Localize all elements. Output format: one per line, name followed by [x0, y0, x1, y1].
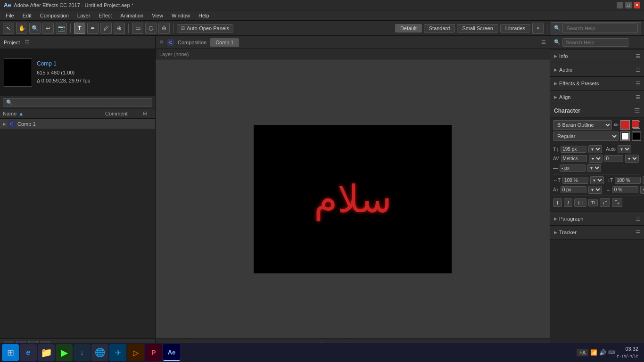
tool-mask[interactable]: ⬡ [145, 23, 157, 34]
column-options-icon[interactable]: ⊞ [143, 110, 147, 116]
color-swatch-2[interactable] [632, 132, 641, 141]
style-regular-btn[interactable]: T [553, 198, 562, 207]
paragraph-header[interactable]: ▶ Paragraph ☰ [550, 212, 644, 225]
stroke-color-box[interactable] [632, 120, 641, 130]
minimize-button[interactable]: − [617, 2, 623, 8]
tool-clone[interactable]: ⊕ [114, 23, 125, 34]
tracking-type-dropdown[interactable]: ▾ [589, 155, 603, 163]
project-menu-icon[interactable]: ☰ [25, 39, 30, 46]
start-button[interactable]: ⊞ [2, 344, 19, 361]
taskbar-sys-tray: FA 📶 🔊 ⌨ 03:32 ۲۰۱۷/۰۹/۱۲ [573, 346, 642, 359]
tool-brush[interactable]: 🖊 [100, 23, 112, 34]
project-search-bar [0, 96, 155, 108]
font-style-select[interactable]: Regular [553, 132, 619, 141]
tool-text[interactable]: T [74, 23, 85, 34]
skew-dropdown[interactable]: ▾ [640, 186, 644, 194]
section-menu-icon[interactable]: ☰ [636, 81, 640, 87]
workspace-small-screen[interactable]: Small Screen [457, 24, 498, 33]
tool-select[interactable]: ↖ [3, 23, 14, 34]
scale-h-icon: ↔T [553, 178, 561, 183]
search-help-input[interactable] [562, 24, 638, 33]
auto-open-btn[interactable]: ☑ Auto-Open Panels [177, 24, 233, 33]
menu-composition[interactable]: Composition [36, 12, 73, 19]
font-name-select[interactable]: B Baran Outline [553, 120, 612, 130]
baseline-dropdown[interactable]: ▾ [588, 186, 602, 194]
workspace-more[interactable]: » [532, 23, 544, 34]
section-menu-icon[interactable]: ☰ [636, 53, 640, 59]
tool-zoom[interactable]: 🔍 [29, 23, 41, 34]
baseline-input[interactable] [561, 186, 586, 193]
popcorntime-app[interactable]: P [145, 344, 162, 361]
menu-view[interactable]: View [148, 12, 167, 19]
section-menu-icon[interactable]: ☰ [636, 230, 640, 236]
style-italic-btn[interactable]: T [564, 198, 573, 207]
comp-menu-icon[interactable]: ☰ [541, 39, 546, 45]
divider-3 [553, 196, 641, 196]
section-menu-icon[interactable]: ☰ [636, 67, 640, 73]
workspace-standard[interactable]: Standard [424, 24, 455, 33]
list-item[interactable]: ▶ C Comp 1 [0, 119, 155, 129]
tool-shape[interactable]: ▭ [132, 23, 143, 34]
tool-rotate[interactable]: ↩ [42, 23, 54, 34]
pencil-icon[interactable]: ✏ [614, 122, 619, 128]
paragraph-label: Paragraph [559, 216, 583, 222]
effects-presets-header[interactable]: ▶ Effects & Presets ☰ [550, 77, 644, 90]
align-header[interactable]: ▶ Align ☰ [550, 90, 644, 104]
menu-layer[interactable]: Layer [74, 12, 94, 19]
menu-window[interactable]: Window [168, 12, 194, 19]
menu-edit[interactable]: Edit [19, 12, 35, 19]
media-player-app[interactable]: ▶ [56, 344, 73, 361]
menu-animation[interactable]: Animation [116, 12, 147, 19]
style-allcaps-btn[interactable]: TT [574, 198, 586, 207]
scale-row: ↔T ▾ ↕T ▾ [553, 176, 641, 184]
section-menu-icon[interactable]: ☰ [636, 216, 640, 222]
workspace-default[interactable]: Default [395, 24, 422, 33]
potplayer-app[interactable]: ▷ [127, 344, 144, 361]
tracker-header[interactable]: ▶ Tracker ☰ [550, 226, 644, 239]
project-search-input[interactable] [3, 98, 152, 107]
font-size-dropdown[interactable]: ▾ [588, 145, 602, 153]
tracking-val-dropdown[interactable]: ▾ [625, 155, 639, 163]
lang-indicator[interactable]: FA [577, 349, 588, 356]
style-sub-btn[interactable]: T+ [612, 198, 622, 207]
chrome-app[interactable]: 🌐 [91, 344, 108, 361]
panel-close-icon[interactable]: ✕ [159, 39, 164, 45]
tracking-type-input[interactable] [561, 155, 587, 162]
menu-help[interactable]: Help [195, 12, 213, 19]
stroke-width-input[interactable] [560, 165, 586, 172]
auto-dropdown[interactable]: ▾ [618, 145, 631, 153]
style-smallcaps-btn[interactable]: Tt [588, 199, 598, 206]
tool-camera[interactable]: 📷 [56, 23, 67, 34]
idm-app[interactable]: ↓ [74, 344, 91, 361]
font-size-input[interactable] [561, 146, 586, 153]
audio-header[interactable]: ▶ Audio ☰ [550, 63, 644, 76]
project-panel: Project ☰ Comp 1 615 x 480 (1.00) Δ 0;00… [0, 36, 156, 352]
menu-file[interactable]: File [2, 12, 18, 19]
fill-color-box[interactable] [620, 120, 630, 130]
telegram-app[interactable]: ✈ [109, 344, 126, 361]
composition-viewer[interactable]: سلام [156, 59, 550, 338]
tracking-value-input[interactable] [604, 155, 623, 162]
comp-tab-1[interactable]: Comp 1 [210, 38, 239, 47]
explorer-app[interactable]: 📁 [38, 344, 55, 361]
tool-pen[interactable]: ✒ [87, 23, 99, 34]
color-swatch-1[interactable] [620, 132, 630, 141]
close-button[interactable]: ✕ [634, 2, 640, 8]
search-help-right-input[interactable] [562, 38, 628, 47]
scale-h-input[interactable] [562, 177, 588, 184]
ie-app[interactable]: e [20, 344, 37, 361]
scale-v-input[interactable] [615, 177, 641, 184]
tool-hand[interactable]: ✋ [16, 23, 27, 34]
tool-puppet[interactable]: ⊛ [158, 23, 170, 34]
workspace-libraries[interactable]: Libraries [500, 24, 530, 33]
skew-input[interactable] [612, 186, 638, 193]
info-header[interactable]: ▶ Info ☰ [550, 49, 644, 63]
section-menu-icon[interactable]: ☰ [636, 94, 640, 100]
scale-h-dropdown[interactable]: ▾ [590, 176, 604, 184]
character-menu-icon[interactable]: ☰ [634, 107, 640, 115]
style-super-btn[interactable]: T+ [600, 198, 610, 207]
maximize-button[interactable]: □ [625, 2, 632, 8]
menu-effect[interactable]: Effect [95, 12, 116, 19]
aftereffects-app[interactable]: Ae [163, 344, 180, 361]
stroke-dropdown[interactable]: ▾ [587, 164, 601, 172]
